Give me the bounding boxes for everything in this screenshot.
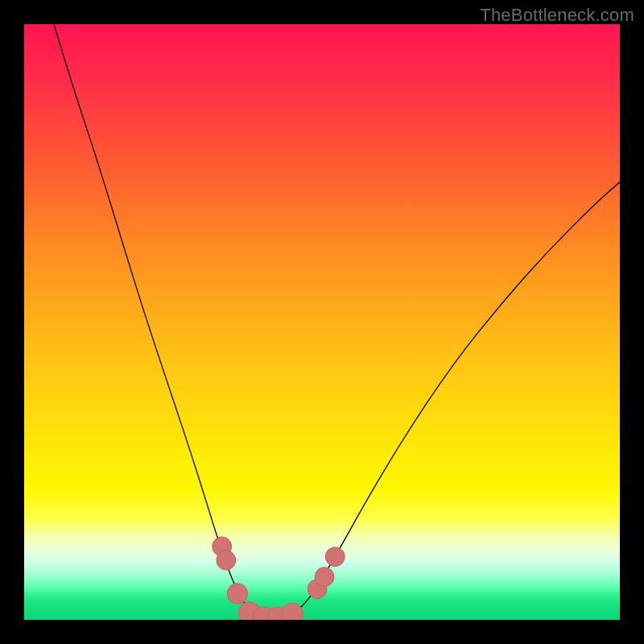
curve-marker — [325, 547, 345, 567]
chart-stage: TheBottleneck.com — [0, 0, 644, 644]
curve-marker — [315, 568, 334, 587]
curve-layer — [24, 24, 620, 620]
curve-marker — [227, 584, 247, 604]
curve-marker — [217, 551, 236, 570]
watermark-text: TheBottleneck.com — [480, 5, 634, 26]
plot-area — [24, 24, 620, 620]
bottleneck-curve — [54, 24, 620, 619]
curve-marker — [282, 603, 303, 620]
